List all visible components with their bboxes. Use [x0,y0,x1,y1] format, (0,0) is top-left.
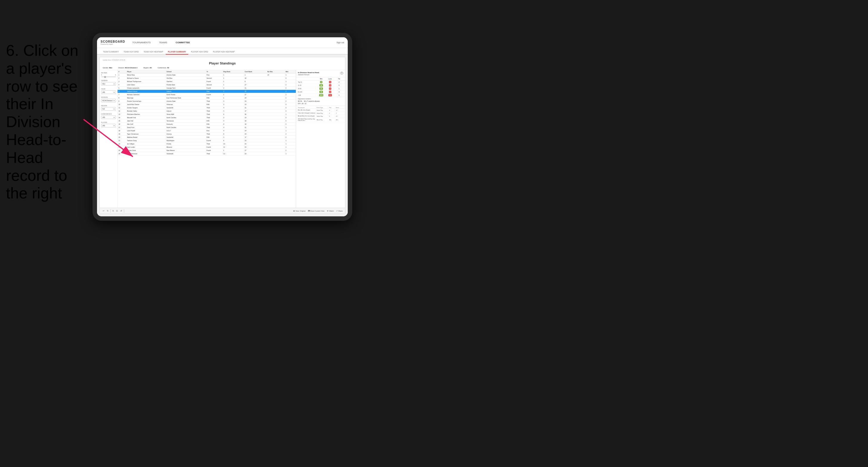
table-row[interactable]: 14 Maxwell Ford North Carolina Third 3 2… [118,116,296,119]
filter-year-control[interactable]: (All)▾ [101,90,116,94]
table-row[interactable]: 5 Christo Lamprecht Georgia Tech Fourth … [118,87,296,90]
filter-division-label: Division [101,96,116,98]
table-row[interactable]: 22 Ian Gilligan Florida Third 10 24 1 [118,142,296,146]
filter-gender-control[interactable]: Men▾ [101,82,116,86]
sub-nav-team-summary[interactable]: TEAM SUMMARY [101,50,121,55]
toolbar-redo[interactable]: ↻ [106,209,109,213]
table-row[interactable]: 15 Jake Hall Tennessee Fifth 4 19 0 [118,119,296,123]
table-row[interactable]: 25 Cole Sherwood Vanderbilt Third 12 23 … [118,152,296,155]
tournament-row[interactable]: Amer Ari Intercollegiate Stroke Play 4 -… [296,109,345,112]
table-row[interactable]: 6 Jackson Koivun Auburn First 2 22 2 [118,90,296,93]
filter-conference-section: Conference (All)▾ [101,113,116,119]
filter-gender-section: Gender Men▾ [101,80,116,86]
filter-division-control[interactable]: NCAA Division I▾ [101,99,116,102]
table-row[interactable]: 21 Taehoon Song Washington Fourth 6 23 1 [118,139,296,142]
col-player: Player [126,70,166,73]
col-no-rds: No Rds. [267,70,285,73]
table-row[interactable]: 19 Tiger Christensen Arizona Third 8 23 … [118,132,296,136]
sub-nav-player-h2h-grid[interactable]: PLAYER H2H GRID [188,50,211,55]
table-row[interactable]: 20 Matthew Riedel Vanderbilt Fifth 4 17 … [118,136,296,139]
h2h-tournaments: Tournament Event Type Pos Score Amer Ari… [296,106,345,208]
nav-sign-out[interactable]: Sign out [336,41,344,43]
h2h-close-button[interactable]: ✕ [340,72,343,74]
filter-region-label: Region [101,105,116,106]
h2h-row: 26-50 22 4 1 [296,87,345,90]
toolbar-paste[interactable]: ⊡ [116,209,119,213]
sub-nav: TEAM SUMMARY TEAM H2H GRID TEAM H2H HEAT… [97,48,348,55]
table-row[interactable]: 17 David Ford North Carolina Third 4 21 … [118,126,296,129]
table-row[interactable]: 8 Mats Ege East Tennessee State Fifth 1 … [118,96,296,100]
table-row[interactable]: 1 Wenyi Ding Arizona State First 1 1 14 … [118,73,296,77]
watch-button[interactable]: 👁Watch [327,210,334,212]
col-win: Win [285,70,296,73]
table-row[interactable]: 18 Luke Powell UCLA First 4 24 1 [118,129,296,132]
panel-header: Update time: 27/03/2024 16:56:26 Player … [100,57,345,70]
filter-conference-control[interactable]: (All)▾ [101,116,116,119]
h2h-header: In Division Head-to-Head Jackson Koivun … [296,70,345,77]
col-school: School [166,70,206,73]
filter-year-section: Year (All)▾ [101,88,116,94]
table-row[interactable]: 10 Jacob Mac Dieese Arkansas Fifth 3 23 … [118,103,296,106]
sub-nav-team-h2h-grid[interactable]: TEAM H2H GRID [121,50,141,55]
panel-title: Player Standings [103,61,342,65]
tablet-frame: SCOREBOARD Powered by clippd TOURNAMENTS… [93,33,352,221]
toolbar-undo[interactable]: ↩ [102,209,105,213]
filter-region: Region: All [143,67,152,69]
filter-no-rds: No Rds. 4 6 [101,72,116,77]
col-reg-rank: Reg Rank [222,70,244,73]
tournament-rows: Amer Ari Intercollegiate Stroke Play 4 -… [296,109,345,122]
h2h-opponents: Opponents in division: 98.1% W-L-T recor… [296,97,345,106]
bottom-toolbar: ↩ ↻ ⎘ ⊡ ↺ 🖥View: Original 💾Save Custom V… [100,208,345,214]
view-original[interactable]: 🖥View: Original [293,210,306,212]
filter-no-rds-range[interactable]: 4 6 [101,74,116,77]
filter-no-rds-label: No Rds. [101,72,116,74]
main-content: Update time: 27/03/2024 16:56:26 Player … [97,55,348,216]
table-row[interactable]: 3 Michael Thorbjornsen Stanford Fourth 1… [118,80,296,83]
col-rank: # [118,70,126,73]
sub-nav-player-summary[interactable]: PLAYER SUMMARY [166,50,189,55]
toolbar-refresh[interactable]: ↺ [120,209,123,213]
tournament-row[interactable]: Mirabel Maui Jim Intercollegiate Stroke … [296,115,345,118]
h2h-title: In Division Head-to-Head [298,72,319,73]
filter-division: Division: NCAA Division I [118,67,137,69]
table-row[interactable]: 4 Luke Claton Florida State Second 1 27 … [118,83,296,87]
table-row[interactable]: 24 Bastien Amat New Mexico Fourth 1 27 2 [118,149,296,152]
h2h-row: 11-25 20 9 5 [296,84,345,87]
table-row[interactable]: 16 Alex Goff Kentucky Fifth 8 19 0 [118,123,296,126]
filter-gender-label: Gender [101,80,116,82]
nav-committee[interactable]: COMMITTEE [174,40,191,44]
logo-area: SCOREBOARD Powered by clippd [101,40,125,45]
filter-player-section: Player (All)▾ [101,121,116,127]
table-row[interactable]: 11 Gordon Sargent Vanderbilt Third 4 21 … [118,106,296,110]
nav-tournaments[interactable]: TOURNAMENTS [131,40,152,44]
nav-right: Sign out [336,41,344,43]
col-conf-rank: Conf Rank [244,70,267,73]
h2h-rows: Top 10 8 3 2 11-25 20 9 5 26-50 22 4 1 5… [296,81,345,97]
player-table-area: # Player School Yr Reg Rank Conf Rank No… [118,70,296,208]
table-row[interactable]: 13 Phichaksn Maichon Texas A&M Third 6 3… [118,113,296,116]
logo-sub: Powered by clippd [101,43,125,45]
share-button[interactable]: ↗Share [336,210,343,212]
sub-nav-team-h2h-heatmap[interactable]: TEAM H2H HEATMAP [141,50,166,55]
filter-conference: Conference: All [158,67,169,69]
save-custom-view[interactable]: 💾Save Custom View [308,210,324,212]
tournament-row[interactable]: SEC Match Play hosted by Jerry Pate Roun… [296,118,345,122]
table-row[interactable]: 23 Jack Lundin Missouri Fourth 11 24 1 [118,146,296,149]
filter-region-control[interactable]: N/A▾ [101,107,116,111]
table-row[interactable]: 7 Nicholas Gabrelcik North Florida Fourt… [118,93,296,96]
h2h-player-name: Jackson Koivun [298,74,319,75]
nav-links: TOURNAMENTS TEAMS COMMITTEE [131,40,336,44]
toolbar-copy[interactable]: ⎘ [112,209,114,213]
player-table: # Player School Yr Reg Rank Conf Rank No… [118,70,296,155]
tournament-row[interactable]: Fallon Oak Collegiate Invitational Strok… [296,112,345,115]
h2h-row: >100 578 11 1 [296,94,345,97]
table-row[interactable]: 12 Brendan Valles Auburn Third 4 17 0 [118,110,296,113]
nav-teams[interactable]: TEAMS [158,40,168,44]
filter-gender: Gender: Men [103,67,112,69]
sub-nav-player-h2h-heatmap[interactable]: PLAYER H2H HEATMAP [211,50,237,55]
filter-player-control[interactable]: (All)▾ [101,124,116,127]
table-row[interactable]: 2 Michael La Sasso Ole Miss Second 1 18 … [118,77,296,80]
filter-year-label: Year [101,88,116,90]
filter-division-section: Division NCAA Division I▾ [101,96,116,102]
table-row[interactable]: 9 Preston Summerhays Arizona State Third… [118,100,296,103]
